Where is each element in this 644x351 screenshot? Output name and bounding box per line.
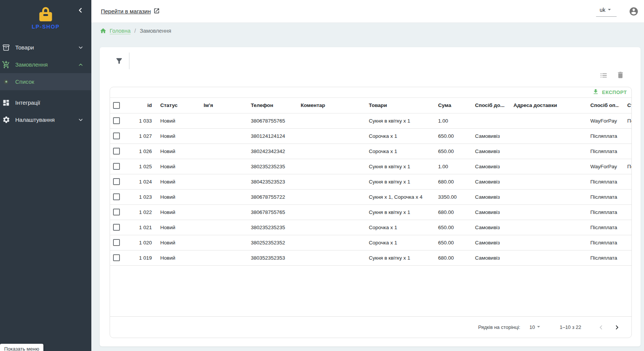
table-cell: 380423523523	[242, 174, 292, 189]
table-cell: Післяплата	[582, 250, 619, 265]
sidebar-item-label: Інтеграції	[15, 99, 91, 106]
column-header[interactable]: Статус	[152, 98, 195, 113]
table-cell	[195, 113, 242, 128]
row-checkbox[interactable]	[113, 254, 120, 261]
breadcrumb-current: Замовлення	[140, 28, 171, 34]
table-cell	[505, 189, 582, 204]
table-cell: 650.00	[430, 144, 467, 159]
orders-table: idСтатусІм'яТелефонКоментарТовариСумаСпо…	[110, 98, 631, 266]
table-row[interactable]: 1 020Новий380252352352Сорочка x 1650.00С…	[110, 235, 631, 250]
column-list-icon[interactable]	[599, 71, 608, 81]
table-row[interactable]: 1 024Новий380423523523Сукня в квітку x 1…	[110, 174, 631, 189]
table-cell	[467, 113, 505, 128]
table-cell	[619, 250, 631, 265]
next-page-button[interactable]	[612, 322, 622, 333]
column-header[interactable]: Товари	[360, 98, 430, 113]
row-checkbox[interactable]	[113, 132, 120, 139]
row-checkbox[interactable]	[113, 239, 120, 246]
rows-per-page-select[interactable]: 10	[529, 323, 542, 331]
chevron-down-icon	[78, 117, 84, 123]
previous-page-button[interactable]	[596, 322, 606, 333]
table-cell: Післяплата	[582, 128, 619, 144]
trash-icon[interactable]	[616, 71, 625, 81]
table-cell: Сукня в квітку x 1	[360, 250, 430, 265]
export-button[interactable]: ЕКСПОРТ	[592, 88, 627, 96]
table-cell: Новий	[152, 220, 195, 235]
column-header[interactable]: Спосіб оп...	[582, 98, 619, 113]
row-checkbox[interactable]	[113, 178, 120, 185]
table-row[interactable]: 1 026Новий380242342342Сорочка x 1650.00С…	[110, 144, 631, 159]
table-cell	[195, 189, 242, 204]
column-header[interactable]: Ім'я	[195, 98, 242, 113]
table-cell	[195, 220, 242, 235]
table-cell	[292, 113, 360, 128]
table-cell: Самовивіз	[467, 144, 505, 159]
table-cell: 1 026	[128, 144, 152, 159]
table-cell: Самовивіз	[467, 250, 505, 265]
sidebar-item-orders-list[interactable]: Список	[0, 73, 91, 90]
logo[interactable]: LP-SHOP	[0, 5, 91, 30]
table-cell	[292, 250, 360, 265]
table-cell: 1.00	[430, 113, 467, 128]
table-row[interactable]: 1 022Новий380678755765Сукня в квітку x 1…	[110, 204, 631, 220]
row-checkbox-cell	[110, 159, 128, 174]
table-cell	[505, 128, 582, 144]
table-cell: Новий	[152, 174, 195, 189]
table-cell	[505, 250, 582, 265]
row-checkbox[interactable]	[113, 117, 120, 124]
select-all-checkbox[interactable]	[113, 102, 120, 109]
account-circle-icon	[629, 11, 639, 18]
store-link-label: Перейти в магазин	[101, 8, 151, 14]
table-row[interactable]: 1 033Новий380678755765Сукня в квітку x 1…	[110, 113, 631, 128]
products-box-icon	[2, 43, 11, 52]
go-to-store-link[interactable]: Перейти в магазин	[101, 8, 160, 15]
table-cell: 380242342342	[242, 144, 292, 159]
table-cell	[292, 235, 360, 250]
sidebar-item-integrations[interactable]: Інтеграції	[0, 94, 91, 111]
sidebar-item-products[interactable]: Товари	[0, 39, 91, 56]
table-row[interactable]: 1 025Новий380235235235Сукня в квітку x 1…	[110, 159, 631, 174]
table-row[interactable]: 1 027Новий380124124124Сорочка x 1650.00С…	[110, 128, 631, 144]
filter-funnel-icon[interactable]	[115, 57, 123, 67]
export-label: ЕКСПОРТ	[602, 89, 627, 95]
row-checkbox[interactable]	[113, 193, 120, 200]
sidebar-item-settings[interactable]: Налаштування	[0, 111, 91, 128]
table-cell: 380124124124	[242, 128, 292, 144]
table-cell: 380252352352	[242, 235, 292, 250]
table-row[interactable]: 1 019Новий380352352353Сукня в квітку x 1…	[110, 250, 631, 265]
column-header[interactable]: Телефон	[242, 98, 292, 113]
breadcrumb: Головна / Замовлення	[100, 27, 171, 34]
breadcrumb-home-link[interactable]: Головна	[110, 28, 131, 34]
table-cell	[505, 159, 582, 174]
column-header[interactable]: Ст	[619, 98, 631, 113]
row-checkbox[interactable]	[113, 209, 120, 215]
column-header[interactable]: Сума	[430, 98, 467, 113]
language-select[interactable]: uk	[596, 6, 617, 17]
row-checkbox[interactable]	[113, 148, 120, 155]
column-header[interactable]: Спосіб до...	[467, 98, 505, 113]
table-row[interactable]: 1 023Новий380678755722Сукня x 1, Сорочка…	[110, 189, 631, 204]
user-avatar-button[interactable]	[629, 6, 639, 16]
table-cell	[505, 235, 582, 250]
table-cell	[505, 220, 582, 235]
column-header[interactable]: id	[128, 98, 152, 113]
table-cell: Самовивіз	[467, 128, 505, 144]
column-header[interactable]: Адреса доставки	[505, 98, 582, 113]
nav-divider-gap	[0, 90, 91, 94]
rows-per-page-value: 10	[529, 324, 535, 330]
table-cell: Сукня в квітку x 1	[360, 204, 430, 220]
sidebar-item-orders[interactable]: Замовлення	[0, 56, 91, 73]
table-cell	[195, 250, 242, 265]
table-cell	[195, 144, 242, 159]
sidebar-nav: Товари Замовлення Список Інт	[0, 39, 91, 128]
column-header[interactable]: Коментар	[292, 98, 360, 113]
table-cell: 380678755722	[242, 189, 292, 204]
table-cell	[505, 204, 582, 220]
row-checkbox-cell	[110, 250, 128, 265]
shopping-bag-logo-icon	[0, 5, 91, 22]
row-checkbox[interactable]	[113, 163, 120, 170]
row-checkbox[interactable]	[113, 224, 120, 231]
table-row[interactable]: 1 021Новий380235235235Сорочка x 1650.00С…	[110, 220, 631, 235]
rows-per-page-label: Рядків на сторінці:	[478, 324, 520, 330]
table-cell: 380678755765	[242, 113, 292, 128]
